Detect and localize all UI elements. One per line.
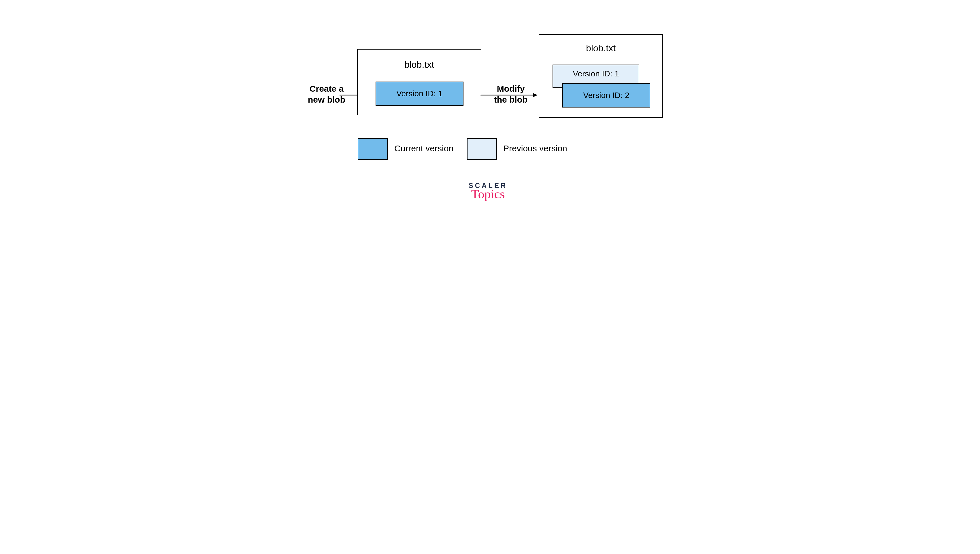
legend-label-current: Current version <box>394 143 453 153</box>
legend-label-previous: Previous version <box>503 143 567 153</box>
logo-scaler-topics: SCALER Topics <box>462 181 514 201</box>
container-blob-2: blob.txt Version ID: 1 Version ID: 2 <box>539 34 663 118</box>
title-blob-2: blob.txt <box>539 43 662 54</box>
container-blob-1: blob.txt Version ID: 1 <box>357 49 481 115</box>
version-current-2: Version ID: 2 <box>562 83 650 108</box>
title-blob-1: blob.txt <box>358 59 481 70</box>
svg-marker-3 <box>533 93 538 97</box>
legend-swatch-previous <box>467 138 497 160</box>
legend-swatch-current <box>358 138 388 160</box>
logo-line-2: Topics <box>462 188 514 201</box>
diagram-canvas: Create a new blob blob.txt Version ID: 1… <box>274 0 706 244</box>
label-modify-blob: Modify the blob <box>492 83 530 105</box>
version-current-1: Version ID: 1 <box>375 81 463 106</box>
